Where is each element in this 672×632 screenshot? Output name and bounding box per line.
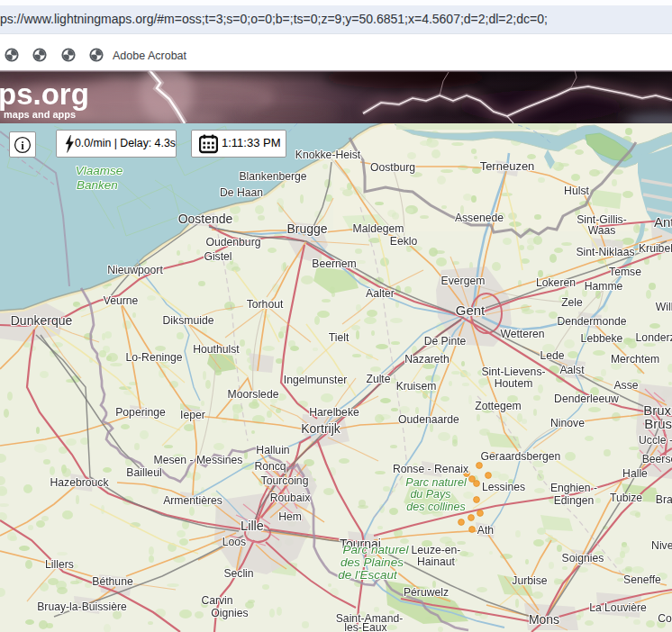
- svg-text:Tubize: Tubize: [610, 492, 642, 504]
- svg-text:Zottegem: Zottegem: [475, 400, 521, 412]
- svg-text:Nivell: Nivell: [651, 539, 672, 552]
- svg-text:i: i: [21, 139, 24, 152]
- svg-text:Knokke-Heist: Knokke-Heist: [295, 149, 361, 161]
- svg-text:Kruisem: Kruisem: [396, 380, 437, 393]
- svg-text:Ingelmunster: Ingelmunster: [284, 374, 347, 386]
- svg-text:Ronse - Renaix: Ronse - Renaix: [393, 463, 468, 475]
- svg-text:Brugge: Brugge: [286, 221, 327, 236]
- svg-text:Kruibeke: Kruibeke: [639, 242, 672, 255]
- svg-text:Ieper: Ieper: [180, 409, 205, 421]
- svg-text:Wille: Wille: [656, 301, 672, 313]
- svg-text:Tielt: Tielt: [329, 331, 350, 344]
- svg-text:Lede: Lede: [540, 349, 564, 362]
- svg-text:Harelbeke: Harelbeke: [309, 406, 359, 419]
- svg-text:Diksmuide: Diksmuide: [163, 314, 214, 327]
- svg-text:Halle: Halle: [622, 467, 648, 480]
- svg-text:Poperinge: Poperinge: [115, 406, 166, 419]
- svg-text:Eeklo: Eeklo: [390, 235, 418, 248]
- svg-text:Lillers: Lillers: [45, 558, 74, 571]
- svg-text:Sint-Niklaas: Sint-Niklaas: [576, 246, 634, 258]
- svg-text:Co: Co: [658, 612, 672, 625]
- svg-text:Wetteren: Wetteren: [500, 328, 544, 340]
- svg-text:Terneuzen: Terneuzen: [480, 159, 535, 173]
- svg-text:Geraardsbergen: Geraardsbergen: [481, 450, 561, 463]
- svg-text:Oudenaarde: Oudenaarde: [398, 413, 459, 426]
- svg-text:Kortrijk: Kortrijk: [301, 421, 341, 436]
- svg-text:Beernem: Beernem: [312, 257, 356, 270]
- svg-text:maps and apps: maps and apps: [4, 109, 76, 120]
- svg-text:Lo-Reninge: Lo-Reninge: [125, 351, 182, 364]
- svg-text:Waas: Waas: [588, 224, 616, 237]
- svg-text:Zulte: Zulte: [366, 373, 390, 385]
- svg-text:Banken: Banken: [77, 178, 118, 192]
- svg-text:Temse: Temse: [609, 266, 641, 278]
- svg-text:De Haan: De Haan: [220, 186, 263, 199]
- svg-text:De Pinte: De Pinte: [424, 335, 467, 348]
- svg-text:Mons: Mons: [529, 612, 559, 627]
- svg-text:Tourcoing: Tourcoing: [261, 474, 309, 487]
- svg-text:Dunkerque: Dunkerque: [11, 313, 73, 328]
- svg-text:Evergem: Evergem: [441, 275, 486, 287]
- svg-text:Dendermonde: Dendermonde: [557, 315, 626, 328]
- svg-text:Péruwelz: Péruwelz: [404, 586, 449, 599]
- svg-text:Nieuwpoort: Nieuwpoort: [107, 264, 163, 276]
- svg-text:La Louvière: La Louvière: [589, 601, 647, 614]
- svg-text:Lille: Lille: [241, 519, 264, 533]
- svg-text:Ath: Ath: [477, 524, 494, 537]
- svg-text:Veurne: Veurne: [104, 294, 139, 307]
- svg-text:Oignies: Oignies: [211, 607, 248, 619]
- svg-text:Parc naturel: Parc naturel: [343, 543, 410, 556]
- svg-text:Londerze: Londerze: [636, 331, 672, 344]
- svg-text:Oudenburg: Oudenburg: [206, 236, 261, 248]
- svg-text:des collines: des collines: [406, 501, 465, 513]
- svg-text:Armentières: Armentières: [163, 494, 222, 507]
- svg-text:Brain: Brain: [656, 493, 672, 506]
- svg-text:Halluin: Halluin: [256, 444, 289, 456]
- svg-text:Nazareth: Nazareth: [404, 353, 449, 366]
- svg-text:Brus: Brus: [644, 416, 672, 431]
- svg-text:de l'Escaut: de l'Escaut: [338, 568, 398, 582]
- svg-text:Zele: Zele: [561, 296, 583, 309]
- svg-text:Bailleul: Bailleul: [126, 466, 161, 479]
- svg-text:Hazebrouck: Hazebrouck: [50, 476, 109, 489]
- svg-text:ps.org: ps.org: [0, 77, 89, 111]
- svg-text:Vlaamse: Vlaamse: [76, 164, 123, 177]
- svg-text:Assenede: Assenede: [455, 212, 504, 224]
- svg-text:Blankenberge: Blankenberge: [239, 170, 306, 183]
- svg-text:Houthulst: Houthulst: [193, 343, 240, 356]
- svg-text:Mesen - Messines: Mesen - Messines: [154, 454, 243, 466]
- svg-text:Soignies: Soignies: [562, 552, 604, 564]
- svg-text:des Plaines: des Plaines: [341, 555, 404, 569]
- svg-text:Houtem: Houtem: [495, 377, 533, 390]
- svg-text:Enghien -: Enghien -: [550, 482, 597, 494]
- svg-text:Leuze-en-: Leuze-en-: [412, 544, 461, 556]
- svg-text:Moorslede: Moorslede: [228, 388, 279, 401]
- svg-text:Hainaut: Hainaut: [417, 555, 456, 568]
- svg-text:Antwerpen: Antwerpen: [654, 214, 672, 230]
- svg-text:Lokeren: Lokeren: [536, 276, 576, 289]
- svg-text:Gistel: Gistel: [204, 250, 232, 263]
- svg-text:Lessines: Lessines: [482, 481, 525, 493]
- svg-text:Roncq: Roncq: [254, 460, 286, 473]
- svg-text:Carvin: Carvin: [201, 594, 232, 607]
- svg-text:Uccle -: Uccle -: [639, 434, 672, 447]
- svg-text:Asse: Asse: [613, 379, 638, 392]
- svg-text:Hem: Hem: [278, 510, 302, 523]
- svg-text:Edingen: Edingen: [554, 494, 595, 507]
- svg-text:Merchtem: Merchtem: [611, 353, 659, 366]
- svg-text:Gent: Gent: [456, 302, 486, 318]
- svg-text:Oostburg: Oostburg: [370, 161, 415, 174]
- svg-text:Aalter: Aalter: [366, 287, 395, 300]
- svg-text:Beerse: Beerse: [642, 453, 672, 465]
- svg-text:Roubaix: Roubaix: [270, 492, 311, 504]
- svg-text:Hamme: Hamme: [585, 280, 623, 293]
- svg-text:les-Eaux: les-Eaux: [344, 621, 386, 632]
- svg-text:Jurbise: Jurbise: [512, 574, 548, 587]
- svg-text:Sint-Lievens-: Sint-Lievens-: [481, 366, 545, 378]
- svg-text:Seclin: Seclin: [223, 567, 253, 580]
- svg-text:Hulst: Hulst: [564, 185, 589, 197]
- svg-text:Lebbeke: Lebbeke: [581, 332, 623, 345]
- svg-text:Seneffe: Seneffe: [623, 573, 661, 586]
- svg-text:du Pays: du Pays: [410, 488, 450, 501]
- svg-text:Bruay-la-Buissière: Bruay-la-Buissière: [37, 600, 127, 613]
